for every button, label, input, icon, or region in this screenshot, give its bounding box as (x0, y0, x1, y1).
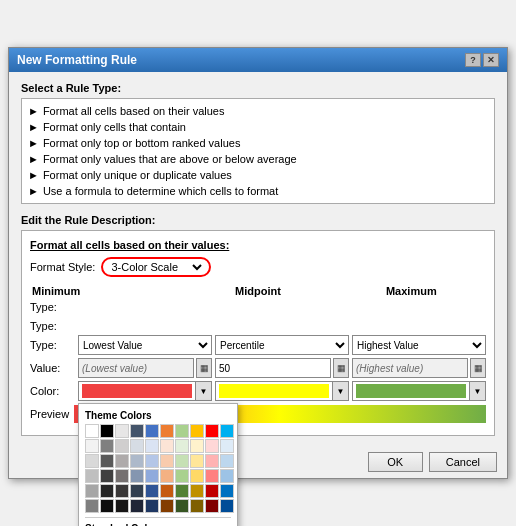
theme-color-52[interactable] (115, 499, 129, 513)
min-value-input[interactable] (78, 358, 194, 378)
theme-color-25[interactable] (160, 454, 174, 468)
theme-color-33[interactable] (130, 469, 144, 483)
mid-type-select[interactable]: Percentile Number Percent Formula (216, 336, 348, 354)
theme-color-0[interactable] (85, 424, 99, 438)
theme-color-38[interactable] (205, 469, 219, 483)
theme-colors-label: Theme Colors (85, 410, 231, 421)
close-button[interactable]: ✕ (483, 53, 499, 67)
max-value-input[interactable] (352, 358, 468, 378)
format-style-select-wrapper[interactable]: 3-Color Scale 2-Color Scale Data Bar Ico… (101, 257, 211, 277)
rule-text-1: Format only cells that contain (43, 121, 186, 133)
theme-color-2[interactable] (115, 424, 129, 438)
theme-color-44[interactable] (145, 484, 159, 498)
theme-color-49[interactable] (220, 484, 234, 498)
max-value-ref-btn[interactable]: ▦ (470, 358, 486, 378)
theme-color-58[interactable] (205, 499, 219, 513)
mid-value-ref-btn[interactable]: ▦ (333, 358, 349, 378)
mid-color-swatch (219, 384, 329, 398)
theme-color-10[interactable] (85, 439, 99, 453)
theme-color-34[interactable] (145, 469, 159, 483)
theme-color-50[interactable] (85, 499, 99, 513)
theme-color-40[interactable] (85, 484, 99, 498)
format-style-select[interactable]: 3-Color Scale 2-Color Scale Data Bar Ico… (107, 260, 205, 274)
rule-item-4[interactable]: ► Format only unique or duplicate values (28, 167, 488, 183)
theme-color-5[interactable] (160, 424, 174, 438)
theme-color-46[interactable] (175, 484, 189, 498)
max-value-cell: ▦ (352, 358, 486, 378)
mid-value-input[interactable] (215, 358, 331, 378)
theme-color-14[interactable] (145, 439, 159, 453)
theme-color-13[interactable] (130, 439, 144, 453)
theme-color-54[interactable] (145, 499, 159, 513)
rule-text-2: Format only top or bottom ranked values (43, 137, 240, 149)
rule-item-1[interactable]: ► Format only cells that contain (28, 119, 488, 135)
theme-color-57[interactable] (190, 499, 204, 513)
theme-color-26[interactable] (175, 454, 189, 468)
max-color-dropdown-arrow[interactable]: ▼ (469, 382, 485, 400)
rule-item-5[interactable]: ► Use a formula to determine which cells… (28, 183, 488, 199)
min-color-dropdown-arrow[interactable]: ▼ (195, 382, 211, 400)
theme-color-19[interactable] (220, 439, 234, 453)
theme-color-36[interactable] (175, 469, 189, 483)
theme-color-41[interactable] (100, 484, 114, 498)
min-color-button[interactable]: ▼ (78, 381, 212, 401)
max-type-select[interactable]: Highest Value Number Percent Formula Per… (353, 336, 485, 354)
theme-color-53[interactable] (130, 499, 144, 513)
theme-color-59[interactable] (220, 499, 234, 513)
cancel-button[interactable]: Cancel (429, 452, 497, 472)
theme-color-47[interactable] (190, 484, 204, 498)
ok-button[interactable]: OK (368, 452, 423, 472)
theme-color-51[interactable] (100, 499, 114, 513)
theme-color-6[interactable] (175, 424, 189, 438)
mid-color-cell: ▼ (215, 381, 349, 401)
theme-color-11[interactable] (100, 439, 114, 453)
title-bar-buttons: ? ✕ (465, 53, 499, 67)
theme-color-20[interactable] (85, 454, 99, 468)
theme-color-9[interactable] (220, 424, 234, 438)
theme-color-15[interactable] (160, 439, 174, 453)
theme-color-21[interactable] (100, 454, 114, 468)
theme-color-37[interactable] (190, 469, 204, 483)
theme-colors-grid (85, 424, 231, 513)
type-row-label: Type: (30, 320, 57, 332)
theme-color-45[interactable] (160, 484, 174, 498)
max-type-dropdown[interactable]: Highest Value Number Percent Formula Per… (352, 335, 486, 355)
theme-color-24[interactable] (145, 454, 159, 468)
theme-color-16[interactable] (175, 439, 189, 453)
theme-color-18[interactable] (205, 439, 219, 453)
theme-color-23[interactable] (130, 454, 144, 468)
min-value-ref-btn[interactable]: ▦ (196, 358, 212, 378)
theme-color-1[interactable] (100, 424, 114, 438)
theme-color-4[interactable] (145, 424, 159, 438)
theme-color-8[interactable] (205, 424, 219, 438)
rule-item-2[interactable]: ► Format only top or bottom ranked value… (28, 135, 488, 151)
theme-color-42[interactable] (115, 484, 129, 498)
max-color-button[interactable]: ▼ (352, 381, 486, 401)
theme-color-35[interactable] (160, 469, 174, 483)
theme-color-43[interactable] (130, 484, 144, 498)
theme-color-28[interactable] (205, 454, 219, 468)
rule-item-0[interactable]: ► Format all cells based on their values (28, 103, 488, 119)
min-type-dropdown[interactable]: Lowest Value Number Percent Formula Perc… (78, 335, 212, 355)
theme-color-17[interactable] (190, 439, 204, 453)
divider (85, 517, 231, 520)
theme-color-29[interactable] (220, 454, 234, 468)
theme-color-3[interactable] (130, 424, 144, 438)
mid-color-button[interactable]: ▼ (215, 381, 349, 401)
theme-color-30[interactable] (85, 469, 99, 483)
theme-color-22[interactable] (115, 454, 129, 468)
help-button[interactable]: ? (465, 53, 481, 67)
rule-item-3[interactable]: ► Format only values that are above or b… (28, 151, 488, 167)
theme-color-31[interactable] (100, 469, 114, 483)
theme-color-7[interactable] (190, 424, 204, 438)
theme-color-39[interactable] (220, 469, 234, 483)
theme-color-27[interactable] (190, 454, 204, 468)
min-type-select[interactable]: Lowest Value Number Percent Formula Perc… (79, 336, 211, 354)
theme-color-48[interactable] (205, 484, 219, 498)
theme-color-32[interactable] (115, 469, 129, 483)
theme-color-55[interactable] (160, 499, 174, 513)
theme-color-12[interactable] (115, 439, 129, 453)
mid-type-dropdown[interactable]: Percentile Number Percent Formula (215, 335, 349, 355)
mid-color-dropdown-arrow[interactable]: ▼ (332, 382, 348, 400)
theme-color-56[interactable] (175, 499, 189, 513)
